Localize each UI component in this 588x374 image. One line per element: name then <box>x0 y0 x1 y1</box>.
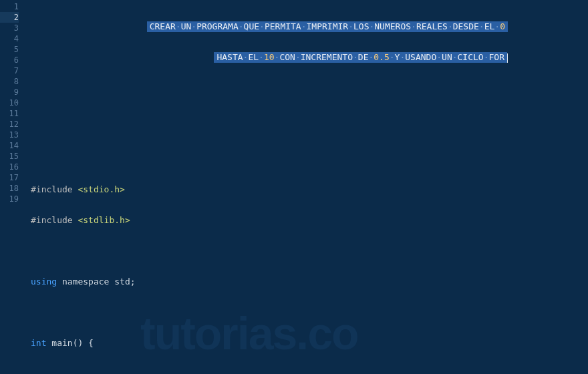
comment-line-1: CREAR·UN·PROGRAMA·QUE·PERMITA·IMPRIMIR·L… <box>147 21 508 32</box>
code-line <box>31 369 588 374</box>
code-line <box>31 144 588 154</box>
line-number: 18 <box>0 183 19 194</box>
code-line: using namespace std; <box>31 276 588 287</box>
text-cursor <box>507 53 508 63</box>
header-comment: CREAR·UN·PROGRAMA·QUE·PERMITA·IMPRIMIR·L… <box>147 1 508 83</box>
line-gutter: 12345678910111213141516171819 <box>0 0 24 374</box>
line-number: 3 <box>0 23 19 33</box>
line-number: 16 <box>0 162 19 172</box>
line-number: 14 <box>0 140 19 151</box>
code-line <box>31 113 588 124</box>
line-number: 12 <box>0 119 19 130</box>
line-number: 10 <box>0 98 19 108</box>
code-line: #include <stdlib.h> <box>31 215 588 226</box>
line-number: 15 <box>0 151 19 162</box>
line-number: 8 <box>0 76 19 87</box>
line-number: 9 <box>0 87 19 98</box>
line-number: 7 <box>0 65 19 76</box>
code-line <box>31 82 588 93</box>
watermark-text: tutorias.co <box>140 307 358 359</box>
line-number: 13 <box>0 130 19 140</box>
comment-line-2: HASTA·EL·10·CON·INCREMENTO·DE·0.5·Y·USAN… <box>214 52 507 63</box>
code-line <box>31 246 588 256</box>
line-number: 1 <box>0 1 19 12</box>
line-number: 19 <box>0 194 19 204</box>
line-number: 2 <box>0 12 19 23</box>
line-number: 11 <box>0 108 19 119</box>
line-number: 17 <box>0 172 19 183</box>
line-number: 4 <box>0 33 19 44</box>
line-number: 6 <box>0 55 19 65</box>
code-line: #include <stdio.h> <box>31 184 588 195</box>
line-number: 5 <box>0 44 19 55</box>
